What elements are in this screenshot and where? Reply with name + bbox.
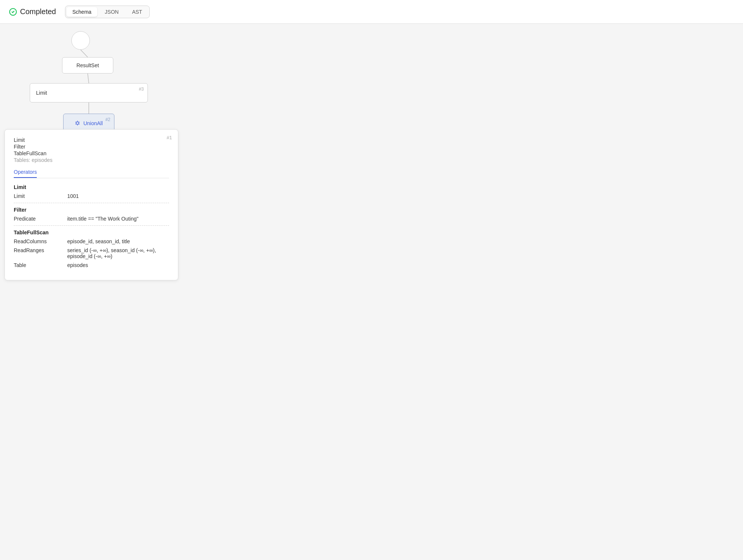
panel-badge: #1 bbox=[167, 135, 172, 140]
section-filter-title: Filter bbox=[14, 207, 169, 213]
limit-node[interactable]: Limit #3 bbox=[30, 83, 148, 102]
resultset-label: ResultSet bbox=[77, 62, 99, 68]
circle-node bbox=[71, 31, 90, 50]
limit-row-key: Limit bbox=[14, 193, 58, 199]
tab-schema[interactable]: Schema bbox=[66, 7, 97, 17]
filter-row-val: item.title == "The Work Outing" bbox=[67, 216, 169, 222]
detail-panel: #1 Limit Filter TableFullScan Tables: ep… bbox=[4, 129, 178, 280]
tab-bar: Schema JSON AST bbox=[65, 6, 150, 18]
breadcrumb-tables: Tables: episodes bbox=[14, 157, 169, 163]
svg-line-1 bbox=[81, 50, 88, 57]
limit-label: Limit bbox=[36, 90, 47, 96]
tfs-readranges-row: ReadRanges series_id (-∞, +∞), season_id… bbox=[14, 247, 169, 259]
section-limit-title: Limit bbox=[14, 184, 169, 190]
tfs-readcols-key: ReadColumns bbox=[14, 238, 58, 244]
tfs-readcols-val: episode_id, season_id, title bbox=[67, 238, 169, 244]
limit-row: Limit 1001 bbox=[14, 193, 169, 199]
sep-1 bbox=[14, 203, 169, 203]
svg-line-2 bbox=[88, 74, 89, 83]
panel-breadcrumb: Limit Filter TableFullScan Tables: episo… bbox=[14, 137, 169, 163]
tfs-table-row: Table episodes bbox=[14, 262, 169, 268]
unionall-icon: ✡ bbox=[75, 119, 80, 127]
limit-row-val: 1001 bbox=[67, 193, 169, 199]
check-circle-icon bbox=[9, 8, 17, 16]
breadcrumb-limit: Limit bbox=[14, 137, 169, 143]
unionall-badge: #2 bbox=[106, 117, 110, 122]
status-area: Completed bbox=[9, 7, 56, 16]
section-limit: Limit Limit 1001 bbox=[14, 184, 169, 199]
panel-tabs: Operators bbox=[14, 169, 169, 178]
main-canvas: ResultSet Limit #3 ✡ UnionAll #2 #1 Limi… bbox=[0, 24, 743, 560]
breadcrumb-filter: Filter bbox=[14, 144, 169, 150]
tab-json[interactable]: JSON bbox=[99, 7, 124, 17]
resultset-node[interactable]: ResultSet bbox=[62, 57, 113, 74]
sep-2 bbox=[14, 225, 169, 226]
tfs-table-key: Table bbox=[14, 262, 58, 268]
tab-ast[interactable]: AST bbox=[126, 7, 148, 17]
panel-divider bbox=[14, 178, 169, 178]
tfs-readranges-val: series_id (-∞, +∞), season_id (-∞, +∞), … bbox=[67, 247, 169, 259]
section-tablefullscan: TableFullScan ReadColumns episode_id, se… bbox=[14, 229, 169, 268]
status-label: Completed bbox=[20, 7, 56, 16]
tfs-readcols-row: ReadColumns episode_id, season_id, title bbox=[14, 238, 169, 244]
tfs-table-val: episodes bbox=[67, 262, 169, 268]
breadcrumb-tablefullscan: TableFullScan bbox=[14, 150, 169, 156]
tfs-readranges-key: ReadRanges bbox=[14, 247, 58, 259]
filter-row-key: Predicate bbox=[14, 216, 58, 222]
limit-badge: #3 bbox=[139, 87, 144, 92]
unionall-label: UnionAll bbox=[83, 120, 103, 126]
panel-tab-operators[interactable]: Operators bbox=[14, 169, 37, 178]
filter-row: Predicate item.title == "The Work Outing… bbox=[14, 216, 169, 222]
section-filter: Filter Predicate item.title == "The Work… bbox=[14, 207, 169, 222]
top-bar: Completed Schema JSON AST bbox=[0, 0, 743, 24]
section-tfs-title: TableFullScan bbox=[14, 229, 169, 235]
